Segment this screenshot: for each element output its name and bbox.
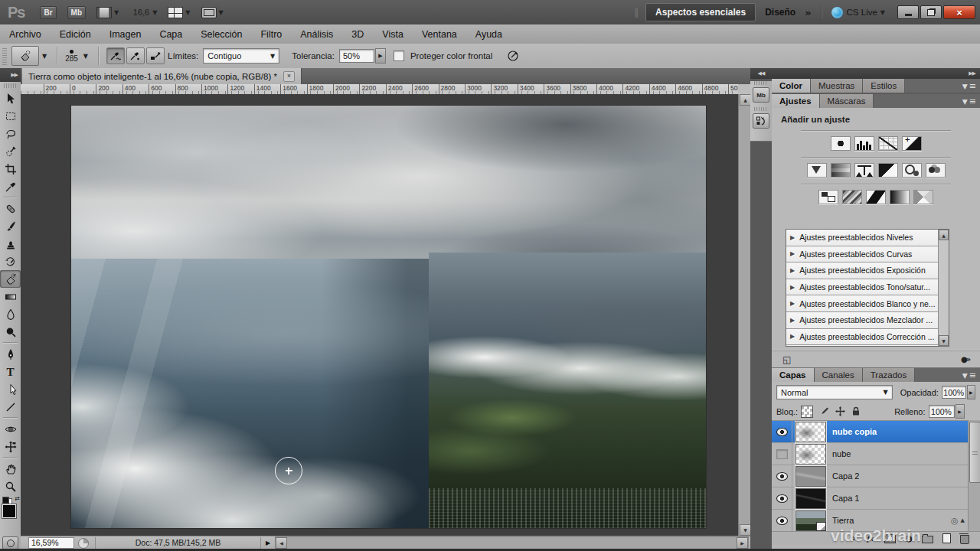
preset-item[interactable]: ▶Ajustes preestablecidos Tono/satur...: [786, 279, 938, 296]
chevron-down-icon[interactable]: ▼: [880, 9, 885, 16]
layer-thumbnail[interactable]: [795, 444, 826, 465]
preset-item[interactable]: ▶Ajustes preestablecidos Mezclador ...: [786, 312, 938, 329]
gradient-map-adjustment-icon[interactable]: [890, 190, 910, 204]
scroll-left-icon[interactable]: ◀: [276, 537, 287, 549]
menu-filtro[interactable]: Filtro: [251, 29, 291, 40]
layer-thumbnail[interactable]: [795, 510, 826, 531]
limits-dropdown[interactable]: Contiguo ▼: [203, 48, 279, 64]
exposure-adjustment-icon[interactable]: [902, 136, 922, 151]
workspace-overflow-chevrons[interactable]: »: [805, 7, 811, 18]
tab-m-scaras[interactable]: Máscaras: [820, 94, 874, 108]
collapse-effects-icon[interactable]: ▲: [961, 517, 965, 523]
arrange-documents-icon[interactable]: [168, 7, 183, 18]
group-icon[interactable]: [922, 533, 933, 543]
expand-icon[interactable]: ▶: [790, 234, 795, 241]
levels-adjustment-icon[interactable]: [854, 136, 874, 151]
tab-muestras[interactable]: Muestras: [811, 79, 863, 93]
screen-mode-icon[interactable]: [201, 7, 217, 18]
chevron-down-icon[interactable]: ▼: [219, 9, 224, 16]
brush-tool[interactable]: [0, 217, 21, 235]
tolerance-input[interactable]: 50%: [339, 49, 374, 63]
history-brush-tool[interactable]: [0, 253, 21, 270]
menu-capa[interactable]: Capa: [150, 29, 191, 40]
lock-paint-icon[interactable]: [818, 406, 829, 417]
scroll-up-icon[interactable]: ▲: [740, 94, 751, 106]
scroll-right-icon[interactable]: ▶: [737, 537, 748, 549]
menu-3d[interactable]: 3D: [342, 29, 373, 40]
visibility-toggle[interactable]: [772, 487, 792, 509]
threshold-adjustment-icon[interactable]: [866, 190, 886, 204]
collapse-tools-chevrons[interactable]: ▶▶: [0, 68, 21, 82]
curves-adjustment-icon[interactable]: [878, 136, 898, 151]
chevron-down-icon[interactable]: ▼: [83, 53, 88, 60]
visibility-toggle[interactable]: [772, 465, 792, 487]
hand-tool[interactable]: [0, 460, 21, 478]
brush-preset-picker[interactable]: 285: [65, 50, 78, 62]
effects-icon[interactable]: ◎: [951, 516, 959, 526]
expand-icon[interactable]: ▶: [790, 317, 795, 324]
current-tool-preset[interactable]: [11, 46, 39, 66]
eyedropper-tool[interactable]: [0, 178, 21, 195]
scroll-up-icon[interactable]: ▲: [939, 230, 949, 240]
chevron-down-icon[interactable]: ▼: [114, 9, 119, 16]
horizontal-scrollbar[interactable]: ◀ ▶: [275, 536, 749, 549]
visibility-toggle[interactable]: [772, 421, 792, 442]
preset-item[interactable]: ▶Ajustes preestablecidos Curvas: [786, 246, 938, 263]
tolerance-spinner[interactable]: ▶: [375, 48, 386, 64]
workspace-aspectos-esenciales[interactable]: Aspectos esenciales: [645, 3, 756, 21]
menu-selecci-n[interactable]: Selección: [191, 29, 251, 40]
color-balance-adjustment-icon[interactable]: [854, 163, 874, 178]
menu-an-lisis[interactable]: Análisis: [291, 29, 342, 40]
crop-tool[interactable]: [0, 160, 21, 178]
lock-transparency-icon[interactable]: [801, 406, 813, 418]
panel-menu-icon[interactable]: ▼: [962, 81, 976, 91]
opacity-spinner[interactable]: ▶: [967, 385, 975, 399]
line-tool[interactable]: [0, 398, 21, 416]
bridge-filmstrip-icon[interactable]: [96, 7, 112, 18]
menu-vista[interactable]: Vista: [373, 29, 413, 40]
hue-saturation-adjustment-icon[interactable]: [831, 163, 851, 178]
mini-bridge-panel-icon[interactable]: Mb: [753, 87, 769, 103]
type-tool[interactable]: T: [0, 363, 21, 380]
foreground-color-swatch[interactable]: [2, 504, 16, 518]
dodge-tool[interactable]: [0, 323, 21, 341]
restore-button[interactable]: [920, 5, 942, 19]
chevron-down-icon[interactable]: ▼: [185, 9, 190, 16]
launch-minibridge-button[interactable]: Mb: [67, 6, 86, 19]
layer-row-nube-copia[interactable]: nube copia: [772, 421, 968, 443]
zoom-tool[interactable]: [0, 478, 21, 495]
layer-thumbnail[interactable]: [795, 466, 826, 487]
clone-stamp-tool[interactable]: [0, 235, 21, 253]
fill-input[interactable]: 100%: [929, 405, 955, 418]
scroll-down-icon[interactable]: ▼: [939, 335, 949, 346]
clip-to-layer-icon[interactable]: ●››: [961, 355, 969, 364]
protect-foreground-checkbox[interactable]: [394, 51, 404, 61]
expand-panels-chevrons[interactable]: ◀◀: [750, 68, 772, 79]
menu-ventana[interactable]: Ventana: [413, 29, 466, 40]
expand-icon[interactable]: ▶: [790, 284, 795, 291]
lasso-tool[interactable]: [0, 125, 21, 142]
tab-color[interactable]: Color: [772, 79, 811, 93]
cs-live-menu[interactable]: CS Live: [847, 8, 877, 17]
expand-icon[interactable]: ▶: [790, 267, 795, 274]
blur-tool[interactable]: [0, 305, 21, 323]
background-eraser-tool[interactable]: [0, 270, 21, 288]
panel-menu-icon[interactable]: ▼: [962, 370, 976, 380]
close-button[interactable]: ×: [943, 5, 975, 19]
panel-menu-icon[interactable]: ▼: [962, 96, 976, 106]
move-tool[interactable]: [0, 90, 21, 107]
sampling-continuous-button[interactable]: [106, 47, 125, 64]
3d-rotate-tool[interactable]: [0, 420, 21, 438]
menu-edici-n[interactable]: Edición: [51, 29, 100, 40]
document-tab[interactable]: Tierra como objeto inteligente-1 al 16,6…: [22, 68, 302, 84]
preset-item[interactable]: ▶Ajustes preestablecidos Exposición: [786, 262, 938, 279]
vertical-scrollbar[interactable]: ▲ ▼: [738, 94, 751, 536]
layers-scrollbar[interactable]: [968, 420, 980, 531]
preset-item[interactable]: ▶Ajustes preestablecidos Blanco y ne...: [786, 295, 938, 312]
tab-trazados[interactable]: Trazados: [863, 368, 916, 382]
expand-icon[interactable]: ▶: [790, 333, 795, 340]
gradient-tool[interactable]: [0, 288, 21, 305]
menu-ayuda[interactable]: Ayuda: [466, 29, 511, 40]
minimize-button[interactable]: [897, 5, 919, 19]
preset-item[interactable]: ▶Ajustes preestablecidos Corrección ...: [786, 329, 938, 346]
